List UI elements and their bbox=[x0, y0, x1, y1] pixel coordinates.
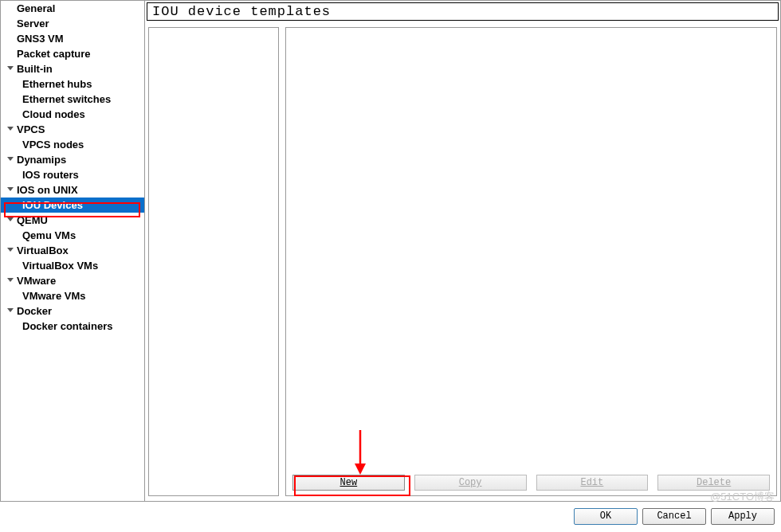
ok-button[interactable]: OK bbox=[574, 508, 638, 525]
content-area: IOU device templates New Copy Edit Delet… bbox=[145, 1, 780, 501]
sidebar-item-qemu-vms[interactable]: Qemu VMs bbox=[1, 228, 144, 243]
sidebar-item-builtin[interactable]: Built-in bbox=[1, 61, 144, 76]
sidebar-item-virtualbox[interactable]: VirtualBox bbox=[1, 243, 144, 258]
section-title: IOU device templates bbox=[147, 2, 779, 21]
edit-button: Edit bbox=[536, 475, 649, 491]
sidebar-item-ethernet-hubs[interactable]: Ethernet hubs bbox=[1, 76, 144, 92]
sidebar-item-qemu[interactable]: QEMU bbox=[1, 213, 144, 228]
sidebar-item-cloud-nodes[interactable]: Cloud nodes bbox=[1, 107, 144, 122]
delete-button: Delete bbox=[657, 475, 770, 491]
sidebar-item-iou-devices[interactable]: IOU Devices bbox=[1, 198, 144, 213]
sidebar-item-packet-capture[interactable]: Packet capture bbox=[1, 46, 144, 61]
sidebar-item-dynamips[interactable]: Dynamips bbox=[1, 152, 144, 167]
new-button[interactable]: New bbox=[292, 475, 405, 491]
sidebar-tree: General Server GNS3 VM Packet capture Bu… bbox=[1, 1, 145, 501]
templates-list-panel[interactable] bbox=[148, 27, 279, 496]
sidebar-item-vpcs-nodes[interactable]: VPCS nodes bbox=[1, 137, 144, 152]
sidebar-item-docker-containers[interactable]: Docker containers bbox=[1, 319, 144, 334]
apply-button[interactable]: Apply bbox=[711, 508, 775, 525]
sidebar-item-server[interactable]: Server bbox=[1, 16, 144, 31]
sidebar-item-docker[interactable]: Docker bbox=[1, 303, 144, 319]
dialog-button-row: OK Cancel Apply bbox=[0, 502, 781, 530]
template-details-content bbox=[286, 28, 776, 470]
copy-button: Copy bbox=[414, 475, 527, 491]
preferences-dialog: General Server GNS3 VM Packet capture Bu… bbox=[0, 0, 781, 502]
sidebar-item-vmware-vms[interactable]: VMware VMs bbox=[1, 288, 144, 303]
panel-button-row: New Copy Edit Delete bbox=[286, 470, 776, 495]
sidebar-item-vpcs[interactable]: VPCS bbox=[1, 122, 144, 137]
sidebar-item-ios-on-unix[interactable]: IOS on UNIX bbox=[1, 182, 144, 198]
cancel-button[interactable]: Cancel bbox=[642, 508, 706, 525]
panels-container: New Copy Edit Delete bbox=[147, 27, 779, 499]
sidebar-item-ios-routers[interactable]: IOS routers bbox=[1, 167, 144, 182]
sidebar-item-ethernet-switches[interactable]: Ethernet switches bbox=[1, 92, 144, 107]
sidebar-item-gns3vm[interactable]: GNS3 VM bbox=[1, 31, 144, 46]
template-details-panel: New Copy Edit Delete bbox=[285, 27, 777, 496]
sidebar-item-virtualbox-vms[interactable]: VirtualBox VMs bbox=[1, 258, 144, 273]
sidebar-item-vmware[interactable]: VMware bbox=[1, 273, 144, 288]
sidebar-item-general[interactable]: General bbox=[1, 1, 144, 16]
